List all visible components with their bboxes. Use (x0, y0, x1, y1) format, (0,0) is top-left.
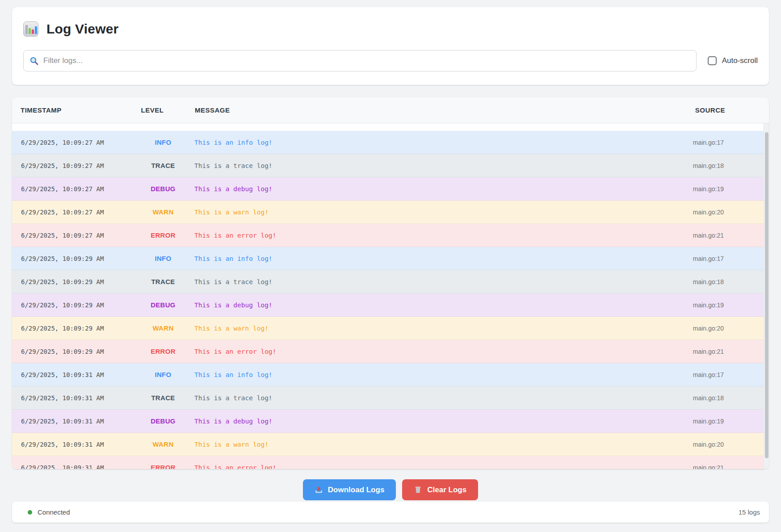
table-row: 6/29/2025, 10:09:29 AM WARN This is a wa… (12, 317, 769, 340)
log-message: This is a trace log! (185, 278, 581, 285)
log-level-badge: DEBUG (142, 301, 185, 309)
table-row: 6/29/2025, 10:09:27 AM DEBUG This is a d… (12, 177, 769, 201)
download-logs-button[interactable]: Download Logs (303, 479, 396, 500)
table-row: 6/29/2025, 10:09:29 AM DEBUG This is a d… (12, 293, 769, 317)
log-timestamp: 6/29/2025, 10:09:31 AM (12, 371, 142, 378)
log-level-badge: ERROR (142, 231, 185, 239)
table-row: 6/29/2025, 10:09:31 AM DEBUG This is a d… (12, 410, 769, 433)
log-source: main.go:19 (581, 185, 769, 193)
autoscroll-checkbox[interactable] (708, 56, 717, 65)
clear-logs-button[interactable]: Clear Logs (402, 479, 478, 500)
log-source: main.go:20 (581, 325, 769, 332)
log-source: main.go:18 (581, 394, 769, 402)
table-row: 6/29/2025, 10:09:31 AM INFO This is an i… (12, 363, 769, 386)
log-source: main.go:21 (581, 348, 769, 355)
column-header-source: SOURCE (581, 106, 769, 114)
table-row: 6/29/2025, 10:09:27 AM INFO This is an i… (12, 131, 769, 154)
log-table: TIMESTAMP LEVEL MESSAGE SOURCE 6/29/2025… (12, 97, 769, 469)
search-icon (29, 56, 39, 66)
log-timestamp: 6/29/2025, 10:09:27 AM (12, 232, 142, 239)
log-message: This is an info log! (185, 255, 581, 262)
log-timestamp: 6/29/2025, 10:09:31 AM (12, 464, 142, 469)
log-source: main.go:21 (581, 232, 769, 239)
clear-logs-label: Clear Logs (427, 486, 466, 494)
log-level-badge: TRACE (142, 278, 185, 285)
download-logs-label: Download Logs (328, 486, 385, 494)
log-list: 6/29/2025, 10:09:27 AM INFO This is an i… (12, 123, 769, 469)
log-timestamp: 6/29/2025, 10:09:29 AM (12, 348, 142, 355)
log-level-badge: ERROR (142, 464, 185, 469)
log-source: main.go:17 (581, 371, 769, 378)
log-level-badge: INFO (142, 371, 185, 378)
log-level-badge: WARN (142, 440, 185, 448)
log-source: main.go:18 (581, 278, 769, 285)
log-source: main.go:17 (581, 255, 769, 262)
filter-input[interactable] (23, 50, 697, 71)
log-message: This is a warn log! (185, 325, 581, 332)
table-row: 6/29/2025, 10:09:29 AM TRACE This is a t… (12, 270, 769, 293)
column-header-timestamp: TIMESTAMP (12, 106, 130, 114)
table-row: 6/29/2025, 10:09:31 AM WARN This is a wa… (12, 433, 769, 456)
log-message: This is an info log! (185, 139, 581, 146)
log-level-badge: INFO (142, 255, 185, 262)
log-timestamp: 6/29/2025, 10:09:27 AM (12, 139, 142, 146)
column-header-message: MESSAGE (175, 106, 581, 114)
log-level-badge: TRACE (142, 162, 185, 169)
table-header: TIMESTAMP LEVEL MESSAGE SOURCE (12, 97, 769, 123)
scrollbar-track[interactable] (764, 123, 769, 469)
log-timestamp: 6/29/2025, 10:09:27 AM (12, 185, 142, 193)
bar-chart-icon (23, 21, 38, 37)
log-timestamp: 6/29/2025, 10:09:27 AM (12, 209, 142, 216)
log-timestamp: 6/29/2025, 10:09:31 AM (12, 418, 142, 425)
scroll-top-spacer (12, 123, 769, 131)
scrollbar-thumb[interactable] (765, 132, 768, 458)
log-source: main.go:17 (581, 139, 769, 146)
actions-bar: Download Logs Clear Logs (0, 479, 781, 500)
trash-icon (414, 486, 422, 494)
table-row: 6/29/2025, 10:09:31 AM ERROR This is an … (12, 456, 769, 469)
log-timestamp: 6/29/2025, 10:09:29 AM (12, 278, 142, 285)
table-row: 6/29/2025, 10:09:29 AM ERROR This is an … (12, 340, 769, 363)
log-source: main.go:19 (581, 302, 769, 309)
log-message: This is a warn log! (185, 441, 581, 448)
status-bar: Connected 15 logs (12, 502, 769, 523)
log-message: This is an error log! (185, 348, 581, 355)
log-source: main.go:19 (581, 418, 769, 425)
log-message: This is an error log! (185, 232, 581, 239)
log-message: This is a trace log! (185, 162, 581, 169)
download-tray-icon (315, 486, 323, 494)
log-count: 15 logs (739, 508, 760, 516)
log-source: main.go:20 (581, 209, 769, 216)
log-level-badge: ERROR (142, 348, 185, 355)
page-title: Log Viewer (46, 21, 119, 37)
log-message: This is an info log! (185, 371, 581, 378)
log-level-badge: DEBUG (142, 417, 185, 425)
table-row: 6/29/2025, 10:09:27 AM TRACE This is a t… (12, 154, 769, 177)
header-card: Log Viewer Auto-scroll (12, 7, 769, 85)
log-level-badge: INFO (142, 138, 185, 146)
log-source: main.go:18 (581, 162, 769, 169)
log-level-badge: WARN (142, 324, 185, 332)
log-timestamp: 6/29/2025, 10:09:27 AM (12, 162, 142, 169)
column-header-level: LEVEL (130, 106, 175, 114)
autoscroll-label: Auto-scroll (722, 56, 758, 65)
log-level-badge: TRACE (142, 394, 185, 402)
log-timestamp: 6/29/2025, 10:09:29 AM (12, 255, 142, 262)
log-timestamp: 6/29/2025, 10:09:29 AM (12, 302, 142, 309)
table-row: 6/29/2025, 10:09:29 AM INFO This is an i… (12, 247, 769, 270)
log-message: This is a debug log! (185, 302, 581, 309)
log-message: This is an error log! (185, 464, 581, 469)
table-row: 6/29/2025, 10:09:27 AM ERROR This is an … (12, 224, 769, 247)
log-message: This is a debug log! (185, 185, 581, 193)
log-message: This is a debug log! (185, 418, 581, 425)
log-timestamp: 6/29/2025, 10:09:31 AM (12, 441, 142, 448)
log-timestamp: 6/29/2025, 10:09:29 AM (12, 325, 142, 332)
log-timestamp: 6/29/2025, 10:09:31 AM (12, 394, 142, 402)
log-source: main.go:21 (581, 464, 769, 469)
log-source: main.go:20 (581, 441, 769, 448)
table-row: 6/29/2025, 10:09:27 AM WARN This is a wa… (12, 201, 769, 224)
log-message: This is a trace log! (185, 394, 581, 402)
table-row: 6/29/2025, 10:09:31 AM TRACE This is a t… (12, 386, 769, 410)
connection-status-icon (28, 510, 32, 515)
log-level-badge: WARN (142, 208, 185, 216)
